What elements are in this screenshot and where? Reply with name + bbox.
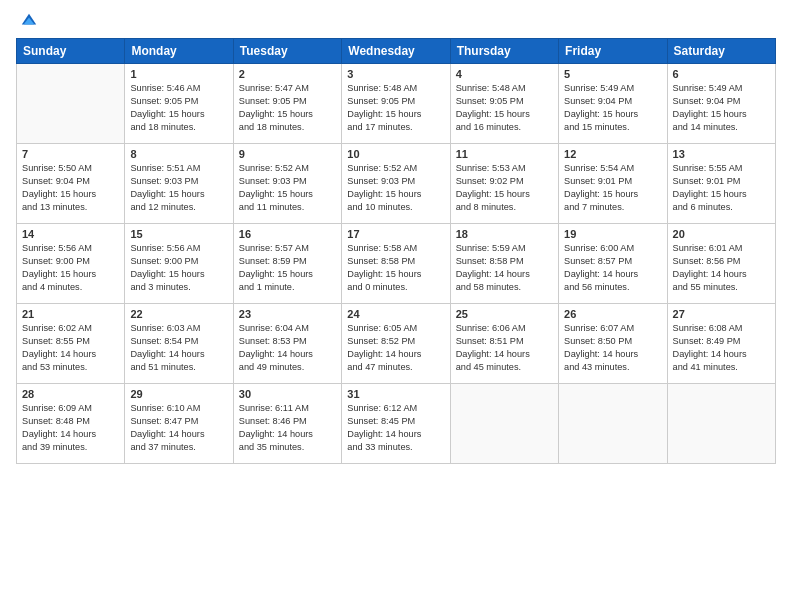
day-number: 31 bbox=[347, 388, 444, 400]
day-info: Sunrise: 6:00 AM Sunset: 8:57 PM Dayligh… bbox=[564, 242, 661, 294]
day-number: 13 bbox=[673, 148, 770, 160]
day-cell: 8Sunrise: 5:51 AM Sunset: 9:03 PM Daylig… bbox=[125, 144, 233, 224]
day-number: 30 bbox=[239, 388, 336, 400]
day-cell: 13Sunrise: 5:55 AM Sunset: 9:01 PM Dayli… bbox=[667, 144, 775, 224]
col-header-wednesday: Wednesday bbox=[342, 39, 450, 64]
day-number: 29 bbox=[130, 388, 227, 400]
day-cell: 24Sunrise: 6:05 AM Sunset: 8:52 PM Dayli… bbox=[342, 304, 450, 384]
header bbox=[16, 12, 776, 30]
day-cell bbox=[17, 64, 125, 144]
day-info: Sunrise: 6:09 AM Sunset: 8:48 PM Dayligh… bbox=[22, 402, 119, 454]
day-number: 17 bbox=[347, 228, 444, 240]
day-cell: 10Sunrise: 5:52 AM Sunset: 9:03 PM Dayli… bbox=[342, 144, 450, 224]
day-number: 18 bbox=[456, 228, 553, 240]
day-number: 27 bbox=[673, 308, 770, 320]
logo-icon bbox=[20, 12, 38, 30]
week-row-0: 1Sunrise: 5:46 AM Sunset: 9:05 PM Daylig… bbox=[17, 64, 776, 144]
day-number: 1 bbox=[130, 68, 227, 80]
day-info: Sunrise: 5:52 AM Sunset: 9:03 PM Dayligh… bbox=[239, 162, 336, 214]
day-cell: 6Sunrise: 5:49 AM Sunset: 9:04 PM Daylig… bbox=[667, 64, 775, 144]
day-info: Sunrise: 5:52 AM Sunset: 9:03 PM Dayligh… bbox=[347, 162, 444, 214]
week-row-4: 28Sunrise: 6:09 AM Sunset: 8:48 PM Dayli… bbox=[17, 384, 776, 464]
day-number: 11 bbox=[456, 148, 553, 160]
calendar-header-row: SundayMondayTuesdayWednesdayThursdayFrid… bbox=[17, 39, 776, 64]
day-number: 21 bbox=[22, 308, 119, 320]
day-info: Sunrise: 6:07 AM Sunset: 8:50 PM Dayligh… bbox=[564, 322, 661, 374]
day-info: Sunrise: 6:01 AM Sunset: 8:56 PM Dayligh… bbox=[673, 242, 770, 294]
day-number: 9 bbox=[239, 148, 336, 160]
day-cell: 25Sunrise: 6:06 AM Sunset: 8:51 PM Dayli… bbox=[450, 304, 558, 384]
day-cell: 30Sunrise: 6:11 AM Sunset: 8:46 PM Dayli… bbox=[233, 384, 341, 464]
day-info: Sunrise: 5:46 AM Sunset: 9:05 PM Dayligh… bbox=[130, 82, 227, 134]
day-cell bbox=[667, 384, 775, 464]
day-cell bbox=[559, 384, 667, 464]
day-info: Sunrise: 5:49 AM Sunset: 9:04 PM Dayligh… bbox=[564, 82, 661, 134]
day-info: Sunrise: 5:51 AM Sunset: 9:03 PM Dayligh… bbox=[130, 162, 227, 214]
day-cell: 9Sunrise: 5:52 AM Sunset: 9:03 PM Daylig… bbox=[233, 144, 341, 224]
day-cell: 2Sunrise: 5:47 AM Sunset: 9:05 PM Daylig… bbox=[233, 64, 341, 144]
day-cell: 4Sunrise: 5:48 AM Sunset: 9:05 PM Daylig… bbox=[450, 64, 558, 144]
day-number: 15 bbox=[130, 228, 227, 240]
day-cell: 22Sunrise: 6:03 AM Sunset: 8:54 PM Dayli… bbox=[125, 304, 233, 384]
day-info: Sunrise: 5:56 AM Sunset: 9:00 PM Dayligh… bbox=[130, 242, 227, 294]
day-cell: 1Sunrise: 5:46 AM Sunset: 9:05 PM Daylig… bbox=[125, 64, 233, 144]
day-info: Sunrise: 5:58 AM Sunset: 8:58 PM Dayligh… bbox=[347, 242, 444, 294]
day-cell: 27Sunrise: 6:08 AM Sunset: 8:49 PM Dayli… bbox=[667, 304, 775, 384]
day-number: 10 bbox=[347, 148, 444, 160]
day-cell: 23Sunrise: 6:04 AM Sunset: 8:53 PM Dayli… bbox=[233, 304, 341, 384]
day-info: Sunrise: 5:55 AM Sunset: 9:01 PM Dayligh… bbox=[673, 162, 770, 214]
day-info: Sunrise: 6:02 AM Sunset: 8:55 PM Dayligh… bbox=[22, 322, 119, 374]
day-cell: 26Sunrise: 6:07 AM Sunset: 8:50 PM Dayli… bbox=[559, 304, 667, 384]
day-cell: 19Sunrise: 6:00 AM Sunset: 8:57 PM Dayli… bbox=[559, 224, 667, 304]
day-number: 23 bbox=[239, 308, 336, 320]
day-info: Sunrise: 6:11 AM Sunset: 8:46 PM Dayligh… bbox=[239, 402, 336, 454]
day-number: 14 bbox=[22, 228, 119, 240]
day-info: Sunrise: 5:49 AM Sunset: 9:04 PM Dayligh… bbox=[673, 82, 770, 134]
day-cell: 21Sunrise: 6:02 AM Sunset: 8:55 PM Dayli… bbox=[17, 304, 125, 384]
day-cell: 7Sunrise: 5:50 AM Sunset: 9:04 PM Daylig… bbox=[17, 144, 125, 224]
day-cell: 18Sunrise: 5:59 AM Sunset: 8:58 PM Dayli… bbox=[450, 224, 558, 304]
calendar-page: SundayMondayTuesdayWednesdayThursdayFrid… bbox=[0, 0, 792, 612]
day-number: 2 bbox=[239, 68, 336, 80]
day-cell bbox=[450, 384, 558, 464]
day-info: Sunrise: 5:48 AM Sunset: 9:05 PM Dayligh… bbox=[347, 82, 444, 134]
day-info: Sunrise: 6:06 AM Sunset: 8:51 PM Dayligh… bbox=[456, 322, 553, 374]
day-cell: 15Sunrise: 5:56 AM Sunset: 9:00 PM Dayli… bbox=[125, 224, 233, 304]
day-info: Sunrise: 6:08 AM Sunset: 8:49 PM Dayligh… bbox=[673, 322, 770, 374]
col-header-monday: Monday bbox=[125, 39, 233, 64]
day-number: 28 bbox=[22, 388, 119, 400]
day-info: Sunrise: 6:05 AM Sunset: 8:52 PM Dayligh… bbox=[347, 322, 444, 374]
day-cell: 3Sunrise: 5:48 AM Sunset: 9:05 PM Daylig… bbox=[342, 64, 450, 144]
day-info: Sunrise: 6:12 AM Sunset: 8:45 PM Dayligh… bbox=[347, 402, 444, 454]
day-cell: 31Sunrise: 6:12 AM Sunset: 8:45 PM Dayli… bbox=[342, 384, 450, 464]
day-number: 12 bbox=[564, 148, 661, 160]
day-number: 6 bbox=[673, 68, 770, 80]
day-number: 20 bbox=[673, 228, 770, 240]
day-number: 24 bbox=[347, 308, 444, 320]
logo bbox=[16, 12, 38, 30]
day-number: 22 bbox=[130, 308, 227, 320]
day-number: 26 bbox=[564, 308, 661, 320]
day-info: Sunrise: 5:59 AM Sunset: 8:58 PM Dayligh… bbox=[456, 242, 553, 294]
day-cell: 20Sunrise: 6:01 AM Sunset: 8:56 PM Dayli… bbox=[667, 224, 775, 304]
day-info: Sunrise: 6:03 AM Sunset: 8:54 PM Dayligh… bbox=[130, 322, 227, 374]
day-info: Sunrise: 5:47 AM Sunset: 9:05 PM Dayligh… bbox=[239, 82, 336, 134]
day-info: Sunrise: 5:48 AM Sunset: 9:05 PM Dayligh… bbox=[456, 82, 553, 134]
week-row-2: 14Sunrise: 5:56 AM Sunset: 9:00 PM Dayli… bbox=[17, 224, 776, 304]
week-row-1: 7Sunrise: 5:50 AM Sunset: 9:04 PM Daylig… bbox=[17, 144, 776, 224]
day-info: Sunrise: 5:56 AM Sunset: 9:00 PM Dayligh… bbox=[22, 242, 119, 294]
day-info: Sunrise: 5:53 AM Sunset: 9:02 PM Dayligh… bbox=[456, 162, 553, 214]
day-info: Sunrise: 5:54 AM Sunset: 9:01 PM Dayligh… bbox=[564, 162, 661, 214]
week-row-3: 21Sunrise: 6:02 AM Sunset: 8:55 PM Dayli… bbox=[17, 304, 776, 384]
day-number: 7 bbox=[22, 148, 119, 160]
day-cell: 11Sunrise: 5:53 AM Sunset: 9:02 PM Dayli… bbox=[450, 144, 558, 224]
day-info: Sunrise: 6:10 AM Sunset: 8:47 PM Dayligh… bbox=[130, 402, 227, 454]
calendar-table: SundayMondayTuesdayWednesdayThursdayFrid… bbox=[16, 38, 776, 464]
day-cell: 29Sunrise: 6:10 AM Sunset: 8:47 PM Dayli… bbox=[125, 384, 233, 464]
day-cell: 17Sunrise: 5:58 AM Sunset: 8:58 PM Dayli… bbox=[342, 224, 450, 304]
day-number: 5 bbox=[564, 68, 661, 80]
day-number: 25 bbox=[456, 308, 553, 320]
col-header-tuesday: Tuesday bbox=[233, 39, 341, 64]
day-number: 4 bbox=[456, 68, 553, 80]
day-cell: 5Sunrise: 5:49 AM Sunset: 9:04 PM Daylig… bbox=[559, 64, 667, 144]
